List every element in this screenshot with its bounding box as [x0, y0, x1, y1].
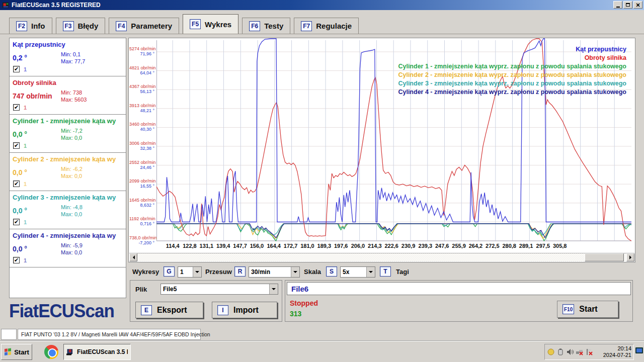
wykresy-select[interactable]: 1 [178, 266, 202, 278]
skala-select[interactable]: 5x [340, 266, 375, 278]
scroll-right-button[interactable] [626, 253, 634, 261]
param-max: Max: 0,0 [61, 173, 82, 179]
param-min: Min: -7,2 [61, 128, 83, 134]
param-value: 747 obr/min [13, 92, 52, 100]
vehicle-info-box: FIAT PUNTO '03 1.2 8V / Magneti Marelli … [18, 329, 201, 340]
security-alert-tray-icon[interactable] [585, 348, 593, 356]
record-counter: 313 [290, 310, 301, 318]
tab-info[interactable]: F2Info [9, 18, 52, 34]
y-tick-deg: 16,55 ° [129, 184, 154, 189]
param-panel-6: Cylinder 4 - zmniejszenie kąta wy0,0 °Mi… [10, 229, 126, 267]
y-tick-rpm: 3913 obr/min [129, 103, 154, 108]
scroll-left-button[interactable] [129, 253, 137, 261]
file-select-arrow[interactable] [269, 284, 278, 294]
param-checkbox[interactable]: ✔ [13, 219, 20, 225]
param-checkbox[interactable]: ✔ [13, 142, 20, 149]
skala-key-badge[interactable]: S [326, 266, 337, 277]
tab-key-badge: F7 [301, 21, 312, 31]
scroll-thumb[interactable] [585, 253, 624, 261]
tab-label: Testy [264, 22, 283, 30]
record-file-field[interactable]: File6 [287, 282, 631, 295]
legend-entry-0: Kąt przepustnicy [398, 45, 626, 54]
param-max: Max: 5603 [61, 97, 87, 103]
chart-h-scrollbar[interactable] [129, 253, 634, 261]
chrome-icon[interactable] [44, 345, 58, 359]
start-button[interactable]: F10 Start [557, 301, 618, 318]
series-line-3 [156, 224, 631, 239]
legend-entry-3: Cylinder 2 - zmniejszenie kąta wyprz. za… [398, 71, 626, 79]
battery-tray-icon[interactable] [556, 348, 565, 356]
y-tick-rpm: 2552 obr/min [129, 160, 154, 165]
app-window: FiatECUScan 3.5 REGISTERED ✕ F2InfoF3Błę… [0, 0, 644, 362]
przesuw-key-badge[interactable]: R [234, 266, 246, 277]
tab-strip: F2InfoF3BłędyF4ParameteryF5WykresF6Testy… [0, 14, 644, 34]
start-label: Start [14, 348, 29, 356]
clock-date: 2024-07-21 [603, 352, 631, 358]
eksport-button[interactable]: E Eksport [135, 302, 203, 318]
wykresy-select-arrow[interactable] [193, 267, 201, 277]
file-select[interactable]: File5 [160, 284, 278, 295]
param-panel-4: Cylinder 2 - zmniejszenie kąta wy0,0 °Mi… [10, 153, 126, 191]
fiatecuscan-task-icon [66, 347, 74, 357]
param-value: 0,0 ° [13, 207, 27, 215]
network-disconnected-tray-icon[interactable] [576, 348, 584, 356]
minimize-button[interactable] [613, 1, 622, 9]
tab-testy[interactable]: F6Testy [242, 18, 290, 34]
y-tick-5: 3006 obr/min32,38 ° [129, 141, 154, 151]
param-checkbox[interactable]: ✔ [13, 257, 20, 263]
series-line-5 [156, 224, 631, 238]
param-checkbox[interactable]: ✔ [13, 180, 20, 187]
param-count: 1 [24, 181, 27, 187]
y-tick-4: 3460 obr/min40,30 ° [129, 122, 154, 132]
param-checkbox-row: ✔1 [13, 257, 27, 263]
chart-controls: Wykresy G 1 Przesuw R 30/min Skala S 5x … [128, 265, 635, 279]
skala-label: Skala [304, 268, 321, 276]
param-checkbox[interactable]: ✔ [13, 104, 20, 111]
wykresy-key-badge[interactable]: G [164, 266, 175, 277]
start-menu-button[interactable]: Start [1, 344, 32, 360]
param-count: 1 [24, 257, 27, 263]
title-bar[interactable]: FiatECUScan 3.5 REGISTERED ✕ [0, 0, 644, 10]
update-tray-icon[interactable] [547, 348, 555, 356]
status-box-small [1, 329, 17, 340]
tagi-key-badge[interactable]: T [380, 266, 391, 277]
param-checkbox-row: ✔1 [13, 104, 27, 111]
volume-tray-icon[interactable] [566, 348, 574, 356]
param-panel-5: Cylinder 3 - zmniejszenie kąta wy0,0 °Mi… [10, 191, 126, 229]
param-count: 1 [24, 219, 27, 225]
skala-select-arrow[interactable] [366, 267, 375, 277]
y-tick-rpm: 1645 obr/min [129, 198, 154, 203]
tab-key-badge: F2 [16, 21, 27, 31]
przesuw-select-arrow[interactable] [291, 267, 299, 277]
task-button-fiatecuscan[interactable]: FiatECUScan 3.5 RE... [63, 344, 131, 360]
param-min: Min: -6,2 [61, 166, 83, 172]
tab-parametery[interactable]: F4Parametery [109, 18, 179, 34]
param-max: Max: 77,7 [61, 58, 85, 64]
y-tick-deg: 71,96 ° [129, 51, 154, 56]
param-count: 1 [24, 143, 27, 149]
tab-błędy[interactable]: F3Błędy [56, 18, 106, 34]
y-tick-1: 4821 obr/min64,04 ° [129, 65, 154, 75]
close-button[interactable]: ✕ [633, 1, 642, 9]
y-tick-deg: 48,21 ° [129, 108, 154, 113]
show-desktop-icon[interactable] [635, 347, 643, 353]
legend-entry-4: Cylinder 3 - zmniejszenie kąta wyprz. za… [398, 79, 626, 88]
param-value: 0,2 ° [13, 54, 27, 62]
legend-entry-2: Cylinder 1 - zmniejszenie kąta wyprz. za… [398, 62, 626, 71]
record-status: Stopped [290, 299, 318, 307]
tab-regulacje[interactable]: F7Regulacje [294, 18, 359, 34]
taskbar-clock[interactable]: 20:14 2024-07-21 [603, 345, 631, 358]
clock-time: 20:14 [603, 345, 631, 352]
param-max: Max: 0,0 [61, 211, 82, 217]
param-checkbox-row: ✔1 [13, 180, 27, 187]
tagi-label: Tagi [396, 268, 409, 276]
param-name: Cylinder 3 - zmniejszenie kąta wy [13, 194, 116, 201]
y-tick-deg: 8,632 ° [129, 203, 154, 208]
import-button[interactable]: I Import [212, 302, 277, 318]
przesuw-label: Przesuw [205, 268, 232, 276]
param-checkbox[interactable]: ✔ [13, 66, 20, 72]
param-min: Min: -5,9 [61, 242, 83, 248]
przesuw-select[interactable]: 30/min [249, 266, 300, 278]
tab-wykres[interactable]: F5Wykres [183, 14, 238, 34]
restore-button[interactable] [623, 1, 632, 9]
